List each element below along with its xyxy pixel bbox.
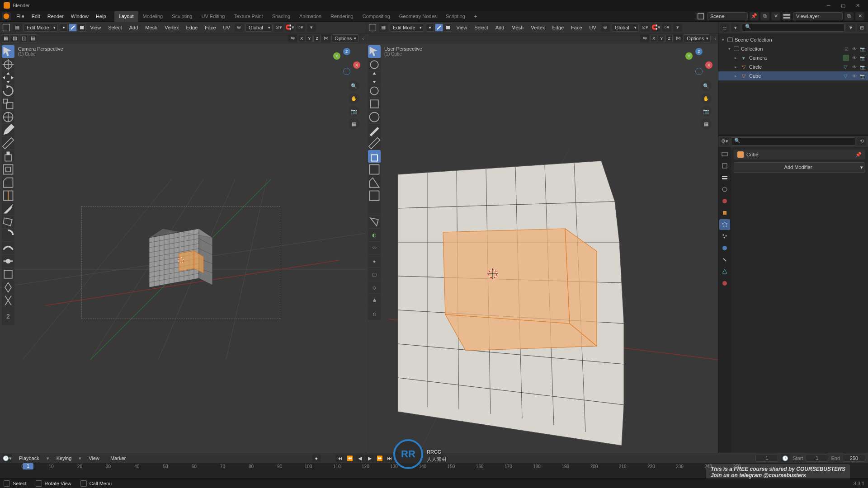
end-frame-field[interactable]: 250 [843,455,865,462]
outliner-search-input[interactable]: 🔍 [742,23,844,32]
eye-icon[interactable]: 👁 [851,54,858,61]
jump-start-button[interactable]: ⏮ [335,455,344,462]
active-object-row[interactable]: Cube 📌 [734,150,865,160]
bevel-tool[interactable] [2,176,14,189]
cursor-tool[interactable] [2,58,14,71]
tab-layout[interactable]: Layout [114,11,138,22]
ptab-viewlayer[interactable] [719,172,730,183]
automerge-icon[interactable]: ⋈ [321,34,330,42]
eye-icon[interactable]: 👁 [851,45,858,52]
rip-tool-r[interactable]: ⋔ [368,294,381,307]
tl-menu-marker[interactable]: Marker [107,454,129,463]
scene-icon[interactable] [696,12,705,20]
playhead[interactable]: 1 [23,463,33,469]
tree-toggle-icon[interactable]: ▸ [733,74,738,78]
keyframe-prev-button[interactable]: ⏪ [345,455,354,462]
props-type-icon[interactable]: ⚙▾ [720,137,729,145]
edge-select-button[interactable] [69,23,77,32]
vp-r-menu-mesh[interactable]: Mesh [509,25,526,30]
zoom-r-icon[interactable]: 🔍 [701,80,712,91]
add-modifier-button[interactable]: Add Modifier ▾ [734,162,865,173]
menu-edit[interactable]: Edit [28,11,44,22]
polybuild-tool-r[interactable] [368,216,381,228]
vertex-select-r-button[interactable] [426,23,434,32]
inset-tool[interactable] [2,163,14,176]
camera-view-r-icon[interactable]: 📷 [701,106,712,117]
spin-tool-r[interactable]: ◐ [368,229,381,241]
maximize-button[interactable]: ▢ [836,1,850,10]
vp-r-menu-select[interactable]: Select [472,25,491,30]
extra-tool[interactable]: 2 [2,307,14,325]
mirror-y-button[interactable]: Y [306,35,313,42]
scene-delete-icon[interactable]: ✕ [771,12,780,20]
shrink-tool[interactable] [2,268,14,281]
vertex-select-button[interactable] [60,23,68,32]
render-icon[interactable]: 📷 [859,54,866,61]
mirror-x-r-button[interactable]: X [650,35,657,42]
vp-menu-mesh[interactable]: Mesh [142,25,160,30]
annotate-tool-r[interactable] [368,124,381,136]
ptab-mesh[interactable] [719,266,730,277]
viewlayer-field[interactable]: ViewLayer [793,12,843,20]
select-box-tool-r[interactable] [368,45,381,58]
gizmo-z-r-icon[interactable]: Z [695,48,703,55]
gizmo-x-r-icon[interactable]: X [705,61,712,69]
inset-tool-r[interactable] [368,163,381,176]
collapse-arrow-r-icon[interactable]: ‹ [714,36,716,41]
tree-toggle-icon[interactable]: ▸ [733,65,738,69]
vp-menu-view[interactable]: View [88,25,104,30]
clock-icon[interactable]: 🕑 [781,454,790,462]
outliner-type-icon[interactable]: ☰ [720,23,729,32]
ptab-physics[interactable] [719,243,730,253]
mirror-icon[interactable]: ⇋ [288,34,297,42]
vp-r-menu-vertex[interactable]: Vertex [528,25,547,30]
start-frame-field[interactable]: 1 [806,455,828,462]
mirror-z-r-button[interactable]: Z [665,35,673,42]
polybuild-tool[interactable] [2,216,14,228]
tab-texture-paint[interactable]: Texture Paint [229,11,267,22]
scene-copy-icon[interactable]: ⧉ [760,12,769,20]
outliner-filter-icon[interactable]: ▼ [846,23,855,32]
transform-tool-r[interactable] [368,111,381,123]
tab-animation[interactable]: Animation [295,11,326,22]
tab-modeling[interactable]: Modeling [138,11,168,22]
viewport-left-canvas[interactable] [0,43,366,453]
mode-dropdown[interactable]: Edit Mode [24,23,58,32]
header-more-r-icon[interactable]: ▾ [673,23,682,32]
snap-icon[interactable]: 🧲▾ [285,23,294,32]
outliner-new-coll-icon[interactable]: ⊞ [857,23,866,32]
extrude-tool[interactable] [2,150,14,163]
eye-icon[interactable]: 👁 [851,72,858,80]
tab-compositing[interactable]: Compositing [358,11,395,22]
blender-menu-icon[interactable] [2,12,11,20]
annotate-tool[interactable] [2,124,14,136]
outliner-display-icon[interactable]: ▾ [731,23,740,32]
rotate-tool[interactable] [2,84,14,97]
tree-row-collection[interactable]: ▾ Collection ☑👁📷 [718,44,868,53]
vp-menu-uv[interactable]: UV [221,25,233,30]
tab-geometry-nodes[interactable]: Geometry Nodes [395,11,441,22]
tree-row-camera[interactable]: ▸ ▾ Camera 👁📷 [718,53,868,62]
tree-toggle-icon[interactable]: ▾ [726,47,732,51]
render-icon[interactable]: 📷 [859,72,866,80]
viewlayer-add-icon[interactable]: ⧉ [844,12,854,20]
pan-r-icon[interactable]: ✋ [701,93,712,104]
vp-r-menu-edge[interactable]: Edge [549,25,566,30]
mode-icon[interactable]: ▦ [13,23,22,32]
gizmo-y-r-icon[interactable]: Y [685,52,693,60]
nav-gizmo-left[interactable]: Z Y X [333,48,360,75]
ptab-object[interactable] [719,207,730,218]
gizmo-nz-r-icon[interactable] [695,68,703,75]
rotate-tool-r[interactable] [368,84,381,97]
mirror-x-button[interactable]: X [298,35,305,42]
tree-row-circle[interactable]: ▸ ▽ Circle ▽ 👁📷 [718,62,868,71]
shrink-tool-r[interactable]: ▢ [368,268,381,281]
play-button[interactable]: ▶ [365,455,374,462]
minimize-button[interactable]: ─ [822,1,835,10]
rip-tool[interactable] [2,294,14,307]
exclude-icon[interactable]: ☑ [843,45,850,52]
spin-tool[interactable] [2,229,14,241]
play-reverse-button[interactable]: ◀ [355,455,364,462]
menu-help[interactable]: Help [92,11,110,22]
transform-tool[interactable] [2,111,14,123]
